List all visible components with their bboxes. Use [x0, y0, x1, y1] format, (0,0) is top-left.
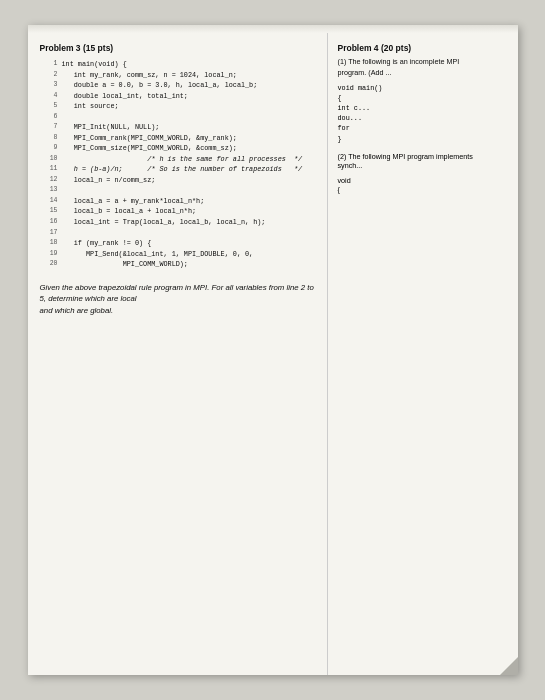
line-content-6: [62, 112, 317, 123]
right-section2: (2) The following MPI program implements…: [338, 152, 508, 194]
line-num-6: 6: [40, 112, 58, 122]
line-content-2: int my_rank, comm_sz, n = 1024, local_n;: [62, 70, 317, 81]
line-content-18: if (my_rank != 0) {: [62, 238, 317, 249]
line-num-12: 12: [40, 175, 58, 185]
line-content-16: local_int = Trap(local_a, local_b, local…: [62, 217, 317, 228]
line-content-3: double a = 0.0, b = 3.0, h, local_a, loc…: [62, 80, 317, 91]
line-content-7: MPI_Init(NULL, NULL);: [62, 122, 317, 133]
line-num-2: 2: [40, 70, 58, 80]
code-line-3: 3 double a = 0.0, b = 3.0, h, local_a, l…: [40, 80, 317, 91]
code-line-6: 6: [40, 112, 317, 123]
line-num-4: 4: [40, 91, 58, 101]
line-content-1: int main(void) {: [62, 59, 317, 70]
line-num-20: 20: [40, 259, 58, 269]
code-line-19: 19 MPI_Send(&local_int, 1, MPI_DOUBLE, 0…: [40, 249, 317, 260]
line-num-11: 11: [40, 164, 58, 174]
line-content-11: h = (b-a)/n; /* So is the number of trap…: [62, 164, 317, 175]
code-line-2: 2 int my_rank, comm_sz, n = 1024, local_…: [40, 70, 317, 81]
line-content-4: double local_int, total_int;: [62, 91, 317, 102]
fold-corner: [500, 657, 518, 675]
line-content-20: MPI_COMM_WORLD);: [62, 259, 317, 270]
problem3-title: Problem 3 (15 pts): [40, 43, 317, 53]
line-content-19: MPI_Send(&local_int, 1, MPI_DOUBLE, 0, 0…: [62, 249, 317, 260]
line-num-16: 16: [40, 217, 58, 227]
code-line-10: 10 /* h is the same for all processes */: [40, 154, 317, 165]
line-num-5: 5: [40, 101, 58, 111]
line-num-10: 10: [40, 154, 58, 164]
code-line-14: 14 local_a = a + my_rank*local_n*h;: [40, 196, 317, 207]
code-line-13: 13: [40, 185, 317, 196]
line-num-19: 19: [40, 249, 58, 259]
right-brace2: {: [338, 185, 508, 194]
code-line-4: 4 double local_int, total_int;: [40, 91, 317, 102]
description-text: Given the above trapezoidal rule program…: [40, 282, 317, 317]
code-line-1: 1 int main(void) {: [40, 59, 317, 70]
code-line-17: 17: [40, 228, 317, 239]
right-panel: Problem 4 (20 pts) (1) The following is …: [328, 25, 518, 675]
line-num-1: 1: [40, 59, 58, 69]
code-line-16: 16 local_int = Trap(local_a, local_b, lo…: [40, 217, 317, 228]
line-content-13: [62, 185, 317, 196]
paper-fold: [28, 25, 518, 33]
right-code-double: dou...: [338, 113, 508, 123]
right-sub2-label: (2) The following MPI program implements…: [338, 152, 508, 170]
line-num-15: 15: [40, 206, 58, 216]
line-num-9: 9: [40, 143, 58, 153]
code-line-15: 15 local_b = local_a + local_n*h;: [40, 206, 317, 217]
left-panel: Problem 3 (15 pts) 1 int main(void) { 2 …: [28, 25, 328, 675]
right-code-brace-open: {: [338, 93, 508, 103]
line-content-15: local_b = local_a + local_n*h;: [62, 206, 317, 217]
code-line-9: 9 MPI_Comm_size(MPI_COMM_WORLD, &comm_sz…: [40, 143, 317, 154]
code-line-18: 18 if (my_rank != 0) {: [40, 238, 317, 249]
right-code-block: void main() { int c... dou... for }: [338, 83, 508, 144]
code-line-7: 7 MPI_Init(NULL, NULL);: [40, 122, 317, 133]
line-content-17: [62, 228, 317, 239]
problem4-title: Problem 4 (20 pts): [338, 43, 508, 53]
line-content-9: MPI_Comm_size(MPI_COMM_WORLD, &comm_sz);: [62, 143, 317, 154]
right-sub1: (1) The following is an incomplete MPIpr…: [338, 57, 508, 79]
line-num-3: 3: [40, 80, 58, 90]
line-content-5: int source;: [62, 101, 317, 112]
line-num-17: 17: [40, 228, 58, 238]
code-line-11: 11 h = (b-a)/n; /* So is the number of t…: [40, 164, 317, 175]
description-content: Given the above trapezoidal rule program…: [40, 283, 314, 304]
line-num-14: 14: [40, 196, 58, 206]
code-line-20: 20 MPI_COMM_WORLD);: [40, 259, 317, 270]
line-num-13: 13: [40, 185, 58, 195]
line-num-8: 8: [40, 133, 58, 143]
line-num-18: 18: [40, 238, 58, 248]
right-code-int: int c...: [338, 103, 508, 113]
right-code-brace-close: }: [338, 134, 508, 144]
right-code-for: for: [338, 123, 508, 133]
code-block: 1 int main(void) { 2 int my_rank, comm_s…: [40, 59, 317, 270]
description-content-2: and which are global.: [40, 306, 114, 315]
line-content-12: local_n = n/comm_sz;: [62, 175, 317, 186]
code-line-12: 12 local_n = n/comm_sz;: [40, 175, 317, 186]
line-content-8: MPI_Comm_rank(MPI_COMM_WORLD, &my_rank);: [62, 133, 317, 144]
line-content-10: /* h is the same for all processes */: [62, 154, 317, 165]
code-line-8: 8 MPI_Comm_rank(MPI_COMM_WORLD, &my_rank…: [40, 133, 317, 144]
paper-document: Problem 3 (15 pts) 1 int main(void) { 2 …: [28, 25, 518, 675]
right-void-label: void: [338, 176, 508, 185]
line-content-14: local_a = a + my_rank*local_n*h;: [62, 196, 317, 207]
right-code-void: void main(): [338, 83, 508, 93]
line-num-7: 7: [40, 122, 58, 132]
code-line-5: 5 int source;: [40, 101, 317, 112]
